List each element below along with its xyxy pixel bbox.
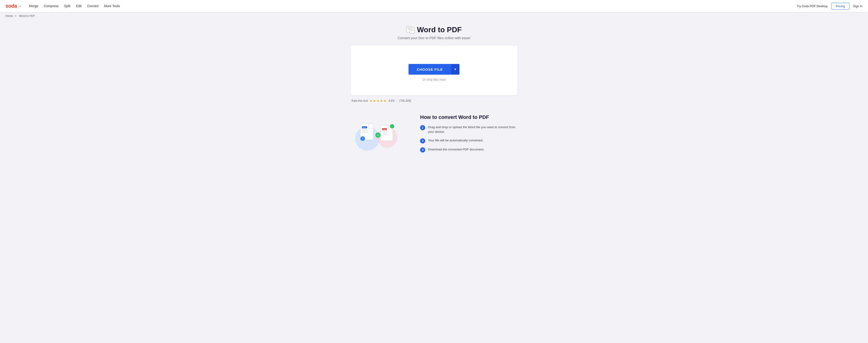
choose-file-dropdown-button[interactable]: ▾: [451, 64, 460, 75]
page-header: Word to PDF Convert your Doc to PDF file…: [398, 26, 470, 40]
star-5: ★: [383, 99, 386, 103]
upload-box: CHOOSE FILE ▾ Or drop files here: [351, 46, 517, 95]
pricing-button[interactable]: Pricing: [831, 3, 849, 9]
signin-link[interactable]: Sign In: [853, 4, 863, 8]
choose-file-btn-wrap: CHOOSE FILE ▾: [408, 64, 460, 75]
svg-text:⇄: ⇄: [377, 134, 379, 137]
svg-rect-7: [411, 30, 413, 31]
nav-right: Try Soda PDF Desktop Pricing Sign In: [797, 3, 863, 9]
svg-rect-4: [410, 28, 414, 33]
logo-text: soda: [5, 3, 17, 9]
svg-text:PDF: PDF: [383, 129, 386, 130]
nav-item-merge[interactable]: Merge: [29, 4, 38, 8]
main-content: Word to PDF Convert your Doc to PDF file…: [0, 20, 868, 170]
page-title: Word to PDF: [417, 26, 462, 34]
howto-title: How to convert Word to PDF: [420, 114, 517, 120]
breadcrumb-current: Word to PDF: [19, 15, 35, 18]
svg-rect-5: [411, 29, 413, 29]
svg-rect-13: [362, 130, 369, 130]
try-desktop-label: Try Soda PDF Desktop: [797, 4, 828, 8]
conversion-illustration: DOC ! ⇄ PDF: [351, 117, 402, 154]
howto-step-3: 3 Download the converted PDF document.: [420, 147, 517, 152]
star-4: ★: [380, 99, 383, 103]
drop-files-label: Or drop files here: [423, 78, 445, 81]
step-text-3: Download the converted PDF document.: [428, 147, 484, 152]
choose-file-button[interactable]: CHOOSE FILE: [408, 64, 452, 75]
svg-text:DOC: DOC: [363, 127, 366, 128]
svg-text:!: !: [362, 137, 363, 140]
word-to-pdf-icon: [406, 26, 414, 34]
svg-rect-26: [382, 133, 387, 134]
svg-text:✓: ✓: [391, 125, 393, 128]
rating-label: Rate this tool: [351, 99, 368, 103]
nav-item-edit[interactable]: Edit: [76, 4, 82, 8]
rating-score: 4.6/5: [389, 99, 395, 103]
howto-step-1: 1 Drag and drop or upload the Word file …: [420, 125, 517, 135]
svg-rect-15: [362, 132, 368, 133]
navbar: soda→ Merge Compress Split Edit Convert …: [0, 0, 868, 12]
breadcrumb-separator: >: [14, 15, 16, 18]
howto-text: How to convert Word to PDF 1 Drag and dr…: [420, 114, 517, 156]
breadcrumb-home[interactable]: Home: [5, 15, 13, 18]
nav-links: Merge Compress Split Edit Convert More T…: [29, 4, 797, 8]
rating-separator: -: [397, 99, 397, 103]
howto-illustration: DOC ! ⇄ PDF: [351, 117, 402, 154]
step-text-2: Your file will be automatically converte…: [428, 138, 483, 143]
nav-item-convert[interactable]: Convert: [87, 4, 98, 8]
rating-row: Rate this tool ★ ★ ★ ★ ★ 4.6/5 - (755,30…: [351, 99, 517, 103]
title-row: Word to PDF: [406, 26, 462, 34]
svg-rect-1: [407, 27, 409, 28]
star-3: ★: [377, 99, 379, 103]
rating-count: (755,309): [399, 99, 411, 103]
svg-rect-6: [411, 30, 414, 30]
svg-rect-3: [407, 29, 410, 29]
dropdown-arrow-icon: ▾: [454, 67, 456, 72]
page-subtitle: Convert your Doc to PDF files online wit…: [398, 36, 470, 40]
svg-rect-14: [362, 131, 368, 132]
step-num-2: 2: [420, 138, 425, 143]
step-num-1: 1: [420, 125, 425, 130]
step-num-3: 3: [420, 147, 425, 152]
nav-item-split[interactable]: Split: [64, 4, 70, 8]
logo[interactable]: soda→: [5, 3, 22, 9]
step-text-1: Drag and drop or upload the Word file yo…: [428, 125, 517, 135]
howto-step-2: 2 Your file will be automatically conver…: [420, 138, 517, 143]
star-2: ★: [373, 99, 376, 103]
logo-arrow: →: [18, 4, 22, 8]
svg-rect-25: [382, 132, 389, 132]
howto-section: DOC ! ⇄ PDF: [351, 114, 517, 156]
breadcrumb: Home > Word to PDF: [0, 12, 868, 20]
svg-rect-27: [382, 135, 388, 135]
star-1: ★: [370, 99, 373, 103]
stars[interactable]: ★ ★ ★ ★ ★: [370, 99, 386, 103]
nav-item-compress[interactable]: Compress: [44, 4, 59, 8]
nav-item-more-tools[interactable]: More Tools: [104, 4, 120, 8]
